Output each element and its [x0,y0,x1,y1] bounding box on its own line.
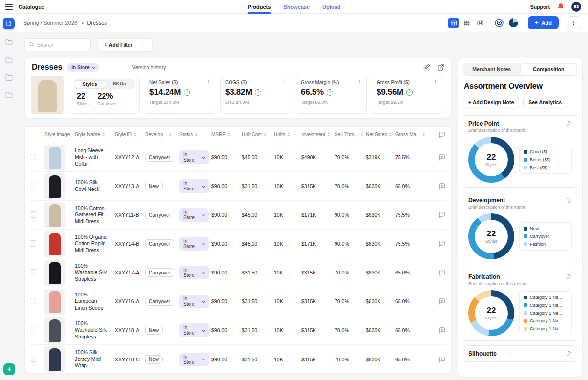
nav-tab-upload[interactable]: Upload [322,0,340,14]
version-history-link[interactable]: Version history [132,64,166,70]
column-header[interactable]: Net Sales [366,132,395,137]
style-image[interactable] [44,317,65,343]
comment-icon[interactable] [439,154,445,161]
metric-menu-icon[interactable]: ⋮ [357,79,362,85]
column-header[interactable]: Status [179,132,211,137]
add-design-note-button[interactable]: + Add Design Note [463,96,519,108]
status-select[interactable]: In Store [179,295,209,308]
column-header[interactable]: Style Name [75,132,115,137]
sort-icon[interactable] [264,133,267,137]
open-external-icon[interactable] [437,64,444,71]
development-pill[interactable]: New [145,326,163,335]
sort-icon[interactable] [389,133,392,137]
row-checkbox[interactable] [30,154,36,160]
sort-icon[interactable] [102,133,105,137]
style-image[interactable] [44,231,65,257]
sort-icon[interactable] [287,133,290,137]
folder-icon[interactable] [3,72,15,82]
more-options-button[interactable]: ⋮ [567,16,580,29]
comment-icon[interactable] [439,183,445,190]
target-tracking-icon[interactable] [494,18,504,28]
folder-icon[interactable] [3,37,15,47]
info-icon[interactable] [566,274,572,280]
status-select[interactable]: In Store [179,179,209,193]
column-header[interactable]: MSRP [211,132,242,137]
info-icon[interactable] [566,197,572,203]
pie-chart-icon[interactable] [508,18,519,28]
support-link[interactable]: Support [530,4,550,10]
style-image[interactable] [44,145,65,170]
board-status-select[interactable]: In Store [67,63,99,72]
info-icon[interactable] [566,351,572,357]
row-checkbox[interactable] [30,327,36,333]
see-analytics-button[interactable]: See Analytics [523,96,567,108]
development-pill[interactable]: Carryover [145,153,174,162]
grid-view-button[interactable] [461,18,472,28]
sort-icon[interactable] [134,133,137,137]
row-checkbox[interactable] [30,211,36,218]
hero-style-image[interactable] [31,76,64,114]
menu-icon[interactable] [5,4,13,10]
development-pill[interactable]: Carryover [145,268,174,277]
toggle-skus[interactable]: SKUs [105,80,134,88]
status-select[interactable]: In Store [179,150,209,164]
table-row[interactable]: 100% Silk Jersey Midi Wrap XXYY18-C New … [30,345,446,373]
metric-menu-icon[interactable]: ⋮ [281,79,287,85]
comment-icon[interactable] [439,269,445,276]
comment-icon[interactable] [439,327,445,334]
row-checkbox[interactable] [30,298,36,304]
catalogue-rail-button[interactable] [3,18,15,29]
column-header[interactable]: Style ID [115,132,145,137]
comment-icon[interactable] [439,298,445,305]
table-view-button[interactable] [448,18,459,28]
column-header[interactable]: Gross Ma... [395,132,426,137]
tab-merchant-notes[interactable]: Merchant Notes [463,63,520,75]
status-select[interactable]: In Store [179,237,209,251]
sort-icon[interactable] [169,133,172,137]
breadcrumb-current[interactable]: Dresses [87,20,107,26]
row-checkbox[interactable] [30,356,36,362]
style-image[interactable] [44,173,65,199]
status-select[interactable]: In Store [179,208,209,222]
comment-icon[interactable] [439,356,445,363]
table-row[interactable]: 100% Silk Cowl Neck XXYY13-A New In Stor… [30,172,446,201]
notification-bell-icon[interactable] [557,3,565,11]
sort-icon[interactable] [327,133,330,137]
development-pill[interactable]: Carryover [145,211,174,219]
table-row[interactable]: Long Sleeve Midi - with Collar XXYY12-A … [30,143,446,172]
column-header[interactable]: Investment [301,132,335,137]
nav-tab-showcase[interactable]: Showcase [283,0,310,14]
add-button[interactable]: + Add [528,16,559,29]
column-header[interactable]: Sell-Thro... [335,132,366,137]
nav-tab-products[interactable]: Products [248,0,271,14]
style-image[interactable] [44,289,65,315]
status-select[interactable]: In Store [179,353,209,366]
toggle-styles[interactable]: Styles [75,80,105,88]
tab-composition[interactable]: Composition [520,63,577,75]
development-pill[interactable]: Carryover [145,239,174,248]
sort-icon[interactable] [195,133,198,137]
kanban-view-button[interactable] [474,18,485,28]
search-input[interactable] [37,42,86,48]
edit-icon[interactable] [423,64,430,71]
sort-icon[interactable] [422,133,425,137]
sort-icon[interactable] [228,133,231,137]
table-row[interactable]: 100% Cotton Gathered Fit Midi Dress XXYY… [30,201,446,230]
folder-icon[interactable] [3,90,15,100]
comment-icon[interactable] [439,211,445,218]
development-pill[interactable]: Carryover [145,297,174,306]
metric-menu-icon[interactable]: ⋮ [206,79,211,85]
table-row[interactable]: 100% Organic Cotton Poplin Midi Dress XX… [30,230,446,258]
metric-menu-icon[interactable]: ⋮ [433,79,438,85]
user-avatar[interactable]: ES [571,2,581,12]
comment-icon[interactable] [439,240,445,247]
column-header[interactable]: Unit Cost [242,132,274,137]
table-row[interactable]: 100% Washable Silk Strapless XXYY17-A Ca… [30,258,446,287]
folder-icon[interactable] [3,55,15,64]
development-pill[interactable]: New [145,182,163,190]
breadcrumb-parent[interactable]: Spring / Summer 2026 [23,20,77,26]
table-row[interactable]: 100% European Linen Scoop XXYY16-A Carry… [30,287,446,316]
info-icon[interactable] [566,121,572,127]
row-checkbox[interactable] [30,183,36,189]
table-row[interactable]: 100% Washable Silk Strapless XXYY18-A Ne… [30,316,446,345]
